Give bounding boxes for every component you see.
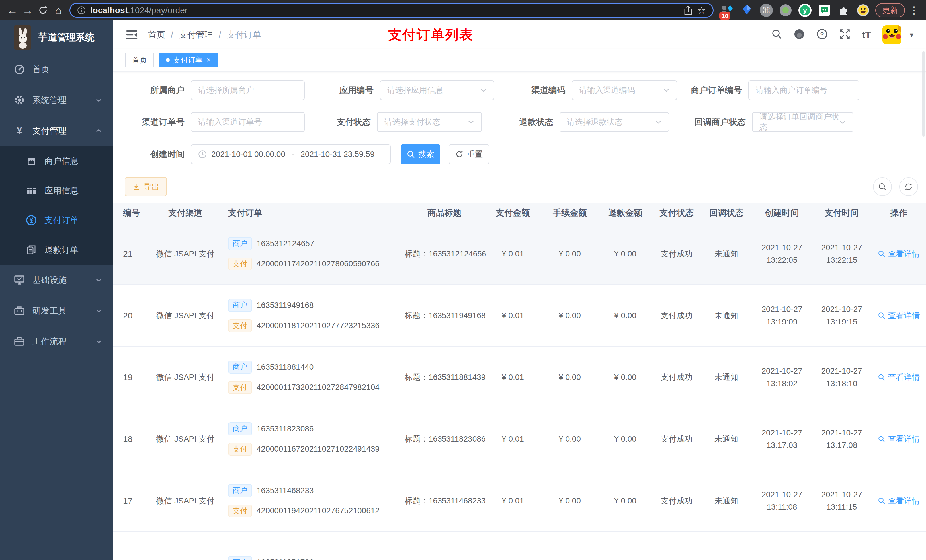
app-no-select[interactable]: 请选择应用信息: [380, 80, 494, 100]
view-detail-link[interactable]: 查看详情: [872, 495, 926, 506]
chevron-down-icon: [480, 87, 487, 94]
sidebar-item-label: 工作流程: [32, 336, 95, 347]
cell-amount: ¥ 0.01: [484, 435, 541, 444]
url-host: localhost: [90, 5, 128, 15]
tab-close-icon[interactable]: ×: [206, 56, 211, 64]
extension-chat-button[interactable]: [817, 3, 832, 18]
table-row[interactable]: 商户1635311851796: [113, 532, 926, 560]
merchant-order-input[interactable]: [748, 80, 859, 100]
user-avatar[interactable]: [882, 25, 901, 44]
header-actions: ? tT ▾: [772, 25, 914, 44]
export-button[interactable]: 导出: [125, 177, 167, 196]
sidebar-item-home[interactable]: 首页: [0, 54, 113, 85]
browser-menu-button[interactable]: ⋮: [909, 4, 919, 16]
url-text[interactable]: localhost:1024/pay/order: [90, 5, 188, 15]
app-no-label: 应用编号: [305, 85, 374, 96]
refund-status-select[interactable]: 请选择退款状态: [560, 112, 669, 132]
table-row[interactable]: 18 微信 JSAPI 支付 商户1635311823086 支付4200001…: [113, 408, 926, 470]
dashboard-icon: [14, 64, 25, 74]
table-row[interactable]: 17 微信 JSAPI 支付 商户1635311468233 支付4200001…: [113, 470, 926, 532]
range-start-value[interactable]: 2021-10-01 00:00:00: [211, 150, 285, 159]
pay-status-select[interactable]: 请选择支付状态: [377, 112, 482, 132]
browser-reload-button[interactable]: [35, 3, 51, 18]
browser-update-button[interactable]: 更新: [875, 3, 905, 17]
browser-back-button[interactable]: ←: [5, 3, 20, 18]
site-info-icon[interactable]: [77, 6, 86, 15]
table-row[interactable]: 19 微信 JSAPI 支付 商户1635311881440 支付4200001…: [113, 347, 926, 408]
cell-status: 支付成功: [652, 372, 701, 383]
view-detail-link[interactable]: 查看详情: [872, 248, 926, 259]
clock-icon: [198, 150, 207, 158]
bookmark-button[interactable]: ☆: [698, 5, 706, 16]
sidebar-item-pay-order[interactable]: 支付订单: [0, 205, 113, 235]
pay-order-no: 4200001167202110271022491439: [257, 444, 380, 454]
sidebar-item-system[interactable]: 系统管理: [0, 85, 113, 116]
sidebar-item-dev-tools[interactable]: 研发工具: [0, 295, 113, 326]
search-icon: [878, 435, 885, 443]
breadcrumb-home[interactable]: 首页: [148, 29, 165, 41]
address-bar[interactable]: localhost:1024/pay/order ☆: [70, 3, 714, 18]
cell-pay-time: 2021-10-2713:11:15: [812, 488, 872, 513]
create-time-range-picker[interactable]: 2021-10-01 00:00:00 - 2021-10-31 23:59:5…: [191, 144, 391, 164]
view-detail-link[interactable]: 查看详情: [872, 372, 926, 383]
column-header: 支付状态: [652, 207, 701, 219]
extension-emoji-button[interactable]: [855, 3, 871, 18]
extension-kite-button[interactable]: [739, 3, 755, 18]
sidebar-item-pay[interactable]: ¥ 支付管理: [0, 116, 113, 146]
search-button[interactable]: 搜索: [401, 144, 440, 165]
sidebar-item-refund-order[interactable]: 退款订单: [0, 235, 113, 265]
reset-button[interactable]: 重置: [449, 144, 489, 165]
sidebar-item-app-info[interactable]: 应用信息: [0, 176, 113, 205]
toolbox-icon: [14, 306, 25, 316]
chat-extension-icon: [819, 4, 830, 16]
logo-avatar: [14, 25, 31, 50]
page-content: 所属商户 应用编号 请选择应用信息 渠道编码 请输入渠道编码 商户订单编号: [113, 72, 926, 560]
pay-order-no: 4200001181202110277723215336: [257, 321, 380, 330]
tab-pay-order[interactable]: 支付订单 ×: [159, 53, 218, 68]
header-search-button[interactable]: [772, 29, 782, 41]
pay-order-table: 编号 支付渠道 支付订单 商品标题 支付金额 手续金额 退款金额 支付状态 回调…: [113, 203, 926, 560]
sidebar-logo[interactable]: 芋道管理系统: [0, 21, 113, 54]
channel-order-input[interactable]: [191, 112, 305, 132]
tab-home[interactable]: 首页: [125, 53, 154, 68]
view-detail-link[interactable]: 查看详情: [872, 310, 926, 321]
cell-pay-time: 2021-10-2713:17:08: [812, 427, 872, 451]
view-detail-link[interactable]: 查看详情: [872, 434, 926, 444]
extension-grid-button[interactable]: 10: [720, 3, 735, 18]
extension-y-button[interactable]: y: [797, 3, 813, 18]
sidebar-item-merchant-info[interactable]: 商户信息: [0, 146, 113, 176]
cell-order-numbers: 商户1635311949168 支付4200001181202110277723…: [222, 299, 405, 332]
channel-code-select[interactable]: 请输入渠道编码: [572, 80, 677, 100]
search-icon: [878, 250, 885, 258]
breadcrumb-section[interactable]: 支付管理: [179, 29, 213, 41]
sidebar-item-infra[interactable]: 基础设施: [0, 265, 113, 295]
avatar-caret-icon[interactable]: ▾: [910, 30, 914, 39]
merchant-input[interactable]: [191, 80, 305, 100]
share-button[interactable]: [684, 5, 693, 15]
font-size-button[interactable]: tT: [862, 29, 871, 41]
browser-home-button[interactable]: ⌂: [51, 3, 66, 18]
extension-record-button[interactable]: [778, 3, 793, 18]
sidebar-item-label: 基础设施: [32, 274, 95, 286]
extension-command-button[interactable]: ⌘: [758, 3, 774, 18]
callback-status-select[interactable]: 请选择订单回调商户状态: [752, 112, 853, 132]
range-end-value[interactable]: 2021-10-31 23:59:59: [300, 150, 374, 159]
select-placeholder: 请输入渠道编码: [579, 85, 635, 96]
fullscreen-button[interactable]: [839, 29, 850, 41]
cell-no: 19: [113, 373, 148, 382]
refresh-table-button[interactable]: [899, 177, 918, 196]
github-link[interactable]: [794, 29, 805, 41]
sidebar-item-workflow[interactable]: 工作流程: [0, 326, 113, 357]
cell-channel: 微信 JSAPI 支付: [148, 248, 222, 259]
show-search-toggle-button[interactable]: [873, 177, 892, 196]
table-row[interactable]: 21 微信 JSAPI 支付 商户1635312124657 支付4200001…: [113, 223, 926, 285]
extension-puzzle-button[interactable]: [836, 3, 851, 18]
help-button[interactable]: ?: [816, 29, 828, 41]
chevron-down-icon: [839, 119, 846, 125]
chevron-down-icon: [95, 276, 103, 284]
page-scrollbar[interactable]: [922, 51, 925, 137]
browser-forward-button[interactable]: →: [20, 3, 35, 18]
main-panel: 首页 / 支付管理 / 支付订单 支付订单列表 ?: [113, 21, 926, 560]
table-row[interactable]: 20 微信 JSAPI 支付 商户1635311949168 支付4200001…: [113, 285, 926, 347]
sidebar-collapse-button[interactable]: [126, 29, 138, 41]
